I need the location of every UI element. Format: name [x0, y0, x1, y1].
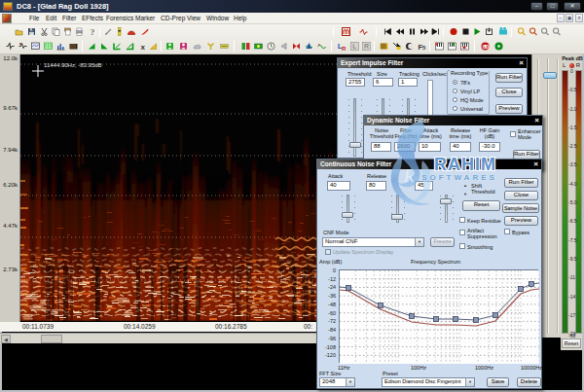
svg-text:L: L: [352, 43, 356, 50]
svg-text:x: x: [141, 43, 146, 52]
svg-text:F5: F5: [419, 43, 427, 52]
svg-text:11444.90Hz, -83.95dB: 11444.90Hz, -83.95dB: [44, 62, 102, 68]
svg-text:R: R: [364, 43, 369, 50]
svg-text:?: ?: [91, 27, 95, 36]
svg-text:R: R: [342, 46, 347, 52]
svg-text:CD: CD: [483, 45, 490, 50]
